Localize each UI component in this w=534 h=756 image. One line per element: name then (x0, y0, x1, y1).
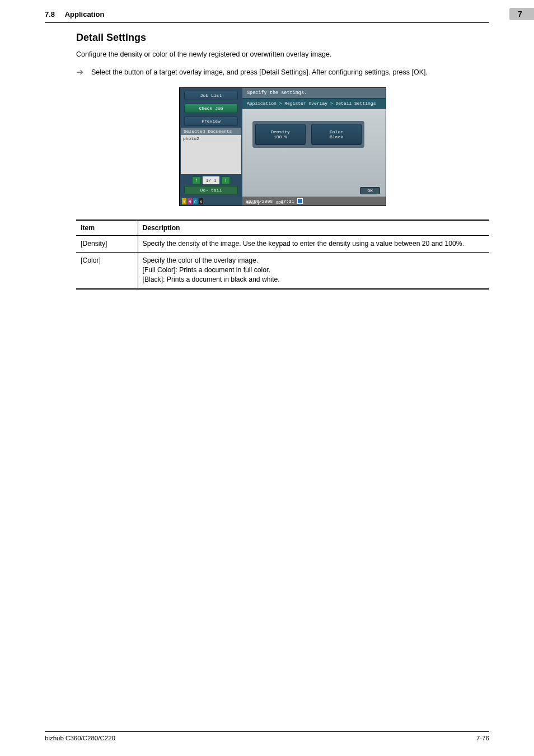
table-row: [Density] Specify the density of the ima… (76, 236, 489, 253)
list-item[interactable]: photo2 (181, 135, 241, 142)
intro-text: Configure the density or color of the ne… (76, 49, 489, 59)
density-button[interactable]: Density 100 % (255, 124, 306, 145)
cell-desc: Specify the density of the image. Use th… (138, 236, 489, 253)
color-button[interactable]: Color Black (311, 124, 362, 145)
section-name: Application (65, 10, 105, 18)
screenshot-footer: Y M C K 10/09/2008 17:31 Memory (180, 197, 386, 206)
job-list-button[interactable]: Job List (184, 91, 238, 100)
screenshot-instruction: Specify the settings. (242, 88, 386, 98)
toner-cyan-icon: C (193, 198, 198, 204)
density-value: 100 % (274, 134, 287, 139)
detail-button[interactable]: De- tail (184, 186, 238, 194)
page-up-button[interactable]: ↑ (192, 176, 201, 184)
table-header-item: Item (76, 220, 138, 236)
color-label: Color (330, 129, 343, 134)
document-list: photo2 (181, 135, 241, 174)
toner-magenta-icon: M (188, 198, 192, 204)
chapter-badge: 7 (509, 8, 534, 20)
instruction-text: Select the button of a target overlay im… (91, 67, 428, 77)
section-number: 7.8 (45, 10, 55, 18)
pager: ↑ 1/ 1 ↓ (181, 174, 241, 186)
page-indicator: 1/ 1 (203, 176, 219, 184)
page-footer: bizhub C360/C280/C220 7-76 (45, 731, 489, 741)
arrow-right-icon: ➔ (76, 67, 83, 77)
toner-levels: Y M C K (180, 197, 242, 206)
preview-button[interactable]: Preview (184, 116, 238, 126)
toner-black-icon: K (199, 198, 203, 204)
density-label: Density (271, 129, 290, 134)
cell-desc: Specify the color of the overlay image. … (138, 253, 489, 289)
toner-yellow-icon: Y (182, 198, 186, 204)
instruction-row: ➔ Select the button of a target overlay … (76, 67, 489, 77)
description-table: Item Description [Density] Specify the d… (76, 220, 489, 289)
page-header: 7.8 Application 7 (45, 0, 489, 23)
cell-item: [Color] (76, 253, 138, 289)
table-row: [Color] Specify the color of the overlay… (76, 253, 489, 289)
page-title: Detail Settings (76, 32, 489, 44)
ok-button[interactable]: OK (360, 187, 380, 194)
footer-page: 7-76 (476, 735, 489, 741)
selected-documents-label: Selected Documents (181, 128, 241, 135)
status-icon (297, 198, 303, 204)
check-job-button[interactable]: Check Job (184, 104, 238, 113)
cell-item: [Density] (76, 236, 138, 253)
table-header-desc: Description (138, 220, 489, 236)
page-down-button[interactable]: ↓ (221, 176, 230, 184)
memory-value: 99% (276, 200, 283, 205)
memory-label: Memory (246, 200, 260, 205)
breadcrumb: Application > Register Overlay > Detail … (242, 98, 386, 109)
footer-model: bizhub C360/C280/C220 (45, 735, 115, 741)
screenshot-sidebar: Job List Check Job Preview Selected Docu… (180, 88, 242, 197)
device-screenshot: Job List Check Job Preview Selected Docu… (179, 87, 386, 206)
screenshot-main: Density 100 % Color Black OK (242, 109, 386, 197)
settings-panel: Density 100 % Color Black (252, 121, 364, 148)
color-value: Black (330, 134, 343, 139)
